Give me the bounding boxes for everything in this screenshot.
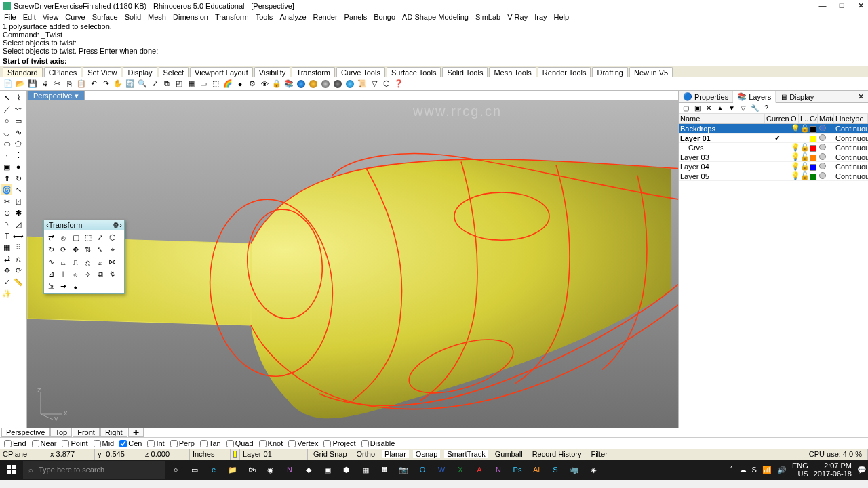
- copy-button[interactable]: ⎘: [64, 79, 75, 89]
- transform-tool-6[interactable]: ↻: [45, 244, 57, 256]
- zoom-extents-button[interactable]: ⤢: [149, 79, 160, 89]
- scale-icon[interactable]: ⤡: [13, 184, 24, 195]
- hide-button[interactable]: 👁: [259, 79, 270, 89]
- taskbar-search[interactable]: ⌕ Type here to search: [23, 461, 165, 479]
- check-icon[interactable]: ✓: [1, 277, 12, 287]
- skype-icon[interactable]: S: [547, 461, 564, 479]
- menu-file[interactable]: File: [4, 13, 16, 21]
- named-view-button[interactable]: ▭: [198, 79, 209, 89]
- toolbar-tab-render-tools[interactable]: Render Tools: [538, 67, 591, 77]
- tools-layer-button[interactable]: 🔧: [750, 104, 760, 113]
- menu-transform[interactable]: Transform: [215, 13, 249, 21]
- transform-tool-0[interactable]: ⇄: [45, 232, 57, 243]
- app1-icon[interactable]: ◆: [300, 461, 317, 479]
- toolbar-tab-set-view[interactable]: Set View: [83, 67, 121, 77]
- menu-view[interactable]: View: [43, 13, 59, 21]
- text-icon[interactable]: T: [1, 230, 12, 241]
- ellipse-icon[interactable]: ⬭: [1, 138, 12, 149]
- offset-icon[interactable]: ⎌: [13, 253, 24, 264]
- controlpt-icon[interactable]: ⋮: [13, 150, 24, 161]
- layer-col-current[interactable]: Current: [765, 114, 789, 123]
- perspective-viewport[interactable]: z x y www.rrcg.cn ‹ Transform ⚙ › ⇄⎋▢⬚⤢⬡…: [27, 100, 678, 428]
- tray-volume-icon[interactable]: 🔊: [777, 466, 787, 474]
- tray-cloud-icon[interactable]: ☁: [739, 466, 747, 474]
- menu-edit[interactable]: Edit: [23, 13, 36, 21]
- toolbar-tab-curve-tools[interactable]: Curve Tools: [336, 67, 385, 77]
- sphere3-icon[interactable]: [320, 79, 331, 89]
- layer-col-co[interactable]: Co...: [808, 114, 818, 123]
- tray-skype-icon[interactable]: S: [752, 466, 757, 474]
- sphere4-icon[interactable]: [332, 79, 343, 89]
- view-tab-top[interactable]: Top: [50, 428, 72, 437]
- polygon-icon[interactable]: ⬠: [13, 138, 24, 149]
- toolbar-tab-visibility[interactable]: Visibility: [254, 67, 291, 77]
- layer-col-o[interactable]: O: [789, 114, 799, 123]
- sel-button[interactable]: ⬡: [381, 79, 392, 89]
- menu-dimension[interactable]: Dimension: [173, 13, 208, 21]
- menu-bongo[interactable]: Bongo: [374, 13, 395, 21]
- toolbar-tab-cplanes[interactable]: CPlanes: [44, 67, 82, 77]
- transform-tool-15[interactable]: ⎌: [82, 256, 94, 268]
- transform-tool-2[interactable]: ▢: [70, 232, 81, 243]
- cut-button[interactable]: ✂: [52, 79, 62, 89]
- view-tab-front[interactable]: Front: [73, 428, 100, 437]
- toolbar-tab-drafting[interactable]: Drafting: [592, 67, 628, 77]
- status-units[interactable]: Inches: [190, 449, 231, 460]
- transform-tool-26[interactable]: ⬥: [70, 281, 81, 292]
- panel-tab-properties[interactable]: 🔵Properties: [679, 91, 733, 102]
- fillet-icon[interactable]: ◝: [1, 219, 12, 230]
- toolbar-tab-new-in-v5[interactable]: New in V5: [629, 67, 673, 77]
- new-button[interactable]: 📄: [3, 79, 14, 89]
- osnap-int[interactable]: Int: [147, 439, 164, 447]
- help-button[interactable]: ❓: [393, 79, 404, 89]
- osnap-tan-checkbox[interactable]: [200, 440, 208, 447]
- panel-close-button[interactable]: ✕: [854, 91, 868, 102]
- command-input[interactable]: [67, 57, 865, 65]
- layer-col-name[interactable]: Name: [679, 114, 765, 123]
- panel-tab-display[interactable]: 🖥Display: [776, 91, 818, 102]
- box-icon[interactable]: ▣: [1, 161, 12, 172]
- magic-icon[interactable]: ✨: [1, 288, 12, 299]
- edge-icon[interactable]: e: [205, 461, 222, 479]
- toolbar-tab-select[interactable]: Select: [159, 67, 189, 77]
- menu-solid[interactable]: Solid: [125, 13, 141, 21]
- layer-row-layer-03[interactable]: Layer 03💡🔓Continuous: [679, 152, 868, 162]
- transform-tool-9[interactable]: ⇅: [82, 244, 94, 256]
- set-cplane-button[interactable]: ⬚: [210, 79, 221, 89]
- layer-col-material[interactable]: Material: [818, 114, 834, 123]
- toolbar-tab-display[interactable]: Display: [123, 67, 157, 77]
- viewport-dropdown-icon[interactable]: ▾: [75, 92, 79, 100]
- status-flag-planar[interactable]: Planar: [382, 450, 409, 458]
- filter-button[interactable]: ▽: [369, 79, 380, 89]
- move-icon[interactable]: ✥: [1, 265, 12, 276]
- menu-help[interactable]: Help: [554, 13, 570, 21]
- explode-icon[interactable]: ✱: [13, 207, 24, 218]
- osnap-cen-checkbox[interactable]: [119, 440, 127, 447]
- dim-icon[interactable]: ⟷: [13, 230, 24, 241]
- layer-row-crvs[interactable]: Crvs💡🔓Continuous: [679, 143, 868, 152]
- toolbar-tab-surface-tools[interactable]: Surface Tools: [387, 67, 441, 77]
- point-icon[interactable]: ∙: [1, 150, 12, 161]
- panel-tab-layers[interactable]: 📚Layers: [733, 91, 776, 103]
- zoom-button[interactable]: 🔍: [137, 79, 148, 89]
- osnap-end[interactable]: End: [4, 439, 26, 447]
- osnap-vertex[interactable]: Vertex: [288, 439, 318, 447]
- transform-tool-20[interactable]: ⟐: [70, 268, 81, 280]
- join-icon[interactable]: ⊕: [1, 207, 12, 218]
- osnap-quad-checkbox[interactable]: [226, 440, 234, 447]
- menu-v-ray[interactable]: V-Ray: [507, 13, 528, 21]
- new-layer-button[interactable]: ▢: [681, 104, 690, 113]
- toolbar-tab-solid-tools[interactable]: Solid Tools: [442, 67, 488, 77]
- twist-icon[interactable]: 🌀: [1, 184, 12, 195]
- layer-row-layer-05[interactable]: Layer 05💡🔓Continuous: [679, 171, 868, 181]
- taskview-icon[interactable]: ▭: [186, 461, 203, 479]
- photoshop-icon[interactable]: Ps: [509, 461, 526, 479]
- calculator-icon[interactable]: 🖩: [376, 461, 393, 479]
- app3-icon[interactable]: ⬢: [338, 461, 355, 479]
- solid-sphere-icon[interactable]: ●: [13, 161, 24, 172]
- print-button[interactable]: 🖨: [39, 79, 50, 89]
- chrome-icon[interactable]: ◉: [262, 461, 279, 479]
- transform-tool-18[interactable]: ⊿: [45, 268, 57, 280]
- transform-tool-13[interactable]: ⏢: [58, 256, 69, 268]
- status-flag-grid-snap[interactable]: Grid Snap: [311, 450, 350, 458]
